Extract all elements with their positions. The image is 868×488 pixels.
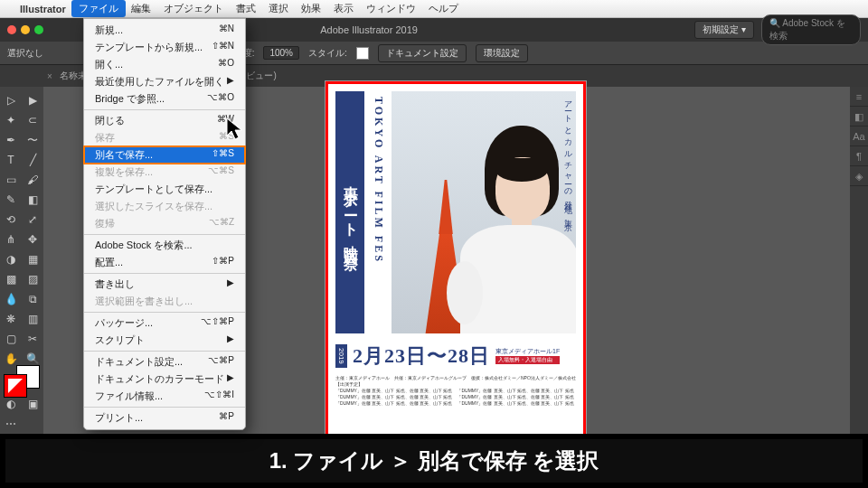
eraser-tool[interactable]: ◧	[22, 190, 43, 210]
menu-item[interactable]: ドキュメントのカラーモード▶	[84, 371, 245, 388]
poster-model	[460, 126, 576, 333]
menu-item[interactable]: ファイル情報...⌥⇧⌘I	[84, 388, 245, 405]
poster-venue: 東京メディアホール1F	[495, 348, 560, 355]
magic-wand-tool[interactable]: ✦	[0, 110, 22, 130]
menubar-app[interactable]: Illustrator	[20, 4, 66, 14]
scale-tool[interactable]: ⤢	[22, 210, 43, 230]
menu-item[interactable]: 新規...⌘N	[84, 22, 245, 39]
menu-item[interactable]: Bridge で参照...⌥⌘O	[84, 90, 245, 108]
menubar-file[interactable]: ファイル	[71, 0, 126, 17]
menubar-select[interactable]: 選択	[269, 2, 288, 15]
instruction-caption: 1. ファイル ＞ 別名で保存 を選択	[0, 434, 868, 488]
blend-tool[interactable]: ⧉	[22, 289, 43, 309]
artboard-tool[interactable]: ▢	[0, 329, 22, 349]
menubar-help[interactable]: ヘルプ	[429, 2, 458, 15]
menu-item[interactable]: Adobe Stock を検索...	[84, 237, 245, 254]
edit-toolbar-icon[interactable]: ⋯	[0, 414, 22, 434]
menu-item: 選択したスライスを保存...	[84, 198, 245, 215]
menubar-object[interactable]: オブジェクト	[164, 2, 223, 15]
menu-item[interactable]: 書き出し▶	[84, 276, 245, 293]
menu-item: 復帰⌥⌘Z	[84, 215, 245, 232]
menu-item[interactable]: 別名で保存...⇧⌘S	[84, 146, 245, 164]
poster-jp-title: 東京アート映画祭	[335, 91, 364, 333]
poster-credits: 主催：東京メディアホール 共催：東京メディアホールグループ 後援：株式会社ダミー…	[335, 375, 576, 407]
menu-item[interactable]: プリント...⌘P	[84, 409, 245, 427]
selection-status: 選択なし	[7, 47, 43, 60]
menubar-effect[interactable]: 効果	[301, 2, 321, 15]
menubar-edit[interactable]: 編集	[131, 2, 151, 15]
pen-tool[interactable]: ✒	[0, 130, 22, 150]
cursor-icon	[226, 117, 246, 145]
rectangle-tool[interactable]: ▭	[0, 170, 22, 190]
panel-icon[interactable]: ≡	[850, 87, 868, 107]
menu-item[interactable]: 閉じる⌘W	[84, 112, 245, 129]
menu-item[interactable]: 配置...⇧⌘P	[84, 254, 245, 271]
menu-item[interactable]: 最近使用したファイルを開く▶	[84, 73, 245, 90]
poster-date: 2月23日〜28日	[353, 343, 490, 370]
tool-panel: ▷▶ ✦⊂ ✒〜 T╱ ▭🖌 ✎◧ ⟲⤢ ⋔✥ ◑▦ ▩▨ 💧⧉ ❋▥ ▢✂ ✋…	[0, 87, 43, 434]
lasso-tool[interactable]: ⊂	[22, 110, 43, 130]
menu-item[interactable]: テンプレートとして保存...	[84, 181, 245, 198]
style-label: スタイル:	[308, 47, 347, 60]
menu-item: 選択範囲を書き出し...	[84, 293, 245, 310]
panel-icon[interactable]: ¶	[850, 146, 868, 166]
perspective-tool[interactable]: ▦	[22, 249, 43, 269]
document-setup-button[interactable]: ドキュメント設定	[378, 44, 467, 62]
tab-close-icon[interactable]: ×	[47, 71, 52, 81]
menubar-window[interactable]: ウィンドウ	[366, 2, 416, 15]
type-tool[interactable]: T	[0, 150, 22, 170]
rotate-tool[interactable]: ⟲	[0, 210, 22, 230]
width-tool[interactable]: ⋔	[0, 230, 22, 249]
artboard[interactable]: 東京アート映画祭 TOKYO ART FILM FES アートとカルチャーの発祥…	[326, 81, 586, 437]
right-panel-dock[interactable]: ≡ ◧ Aa ¶ ◈	[850, 87, 868, 434]
menu-item[interactable]: パッケージ...⌥⇧⌘P	[84, 314, 245, 332]
direct-selection-tool[interactable]: ▶	[22, 90, 43, 110]
color-well[interactable]	[4, 374, 40, 389]
menu-item[interactable]: テンプレートから新規...⇧⌘N	[84, 39, 245, 56]
poster-photo: アートとカルチャーの発祥地、東京。	[392, 91, 576, 333]
file-menu-dropdown: 新規...⌘Nテンプレートから新規...⇧⌘N開く...⌘O最近使用したファイル…	[83, 18, 246, 430]
poster-year: 2019	[335, 344, 347, 368]
slice-tool[interactable]: ✂	[22, 329, 43, 349]
style-swatch[interactable]	[356, 47, 369, 60]
preferences-button[interactable]: 環境設定	[476, 44, 528, 62]
window-controls[interactable]	[7, 25, 43, 34]
menubar-view[interactable]: 表示	[334, 2, 354, 15]
paintbrush-tool[interactable]: 🖌	[22, 170, 43, 190]
menu-item[interactable]: ドキュメント設定...⌥⌘P	[84, 353, 245, 371]
menu-item[interactable]: 開く...⌘O	[84, 56, 245, 73]
gradient-tool[interactable]: ▨	[22, 269, 43, 289]
menubar-type[interactable]: 書式	[236, 2, 256, 15]
panel-icon[interactable]: ◧	[850, 107, 868, 127]
free-transform-tool[interactable]: ✥	[22, 230, 43, 249]
opacity-value[interactable]: 100%	[263, 46, 299, 60]
workspace-switcher[interactable]: 初期設定 ▾	[694, 21, 754, 39]
curvature-tool[interactable]: 〜	[22, 130, 43, 150]
panel-icon[interactable]: Aa	[850, 127, 868, 146]
selection-tool[interactable]: ▷	[0, 90, 22, 110]
menu-item[interactable]: スクリプト▶	[84, 332, 245, 349]
poster-venue-sub: 入場無料・入退場自由	[495, 356, 560, 364]
eyedropper-tool[interactable]: 💧	[0, 289, 22, 309]
symbol-sprayer-tool[interactable]: ❋	[0, 309, 22, 329]
shape-builder-tool[interactable]: ◑	[0, 249, 22, 269]
panel-icon[interactable]: ◈	[850, 166, 868, 186]
line-tool[interactable]: ╱	[22, 150, 43, 170]
menu-item: 保存⌘S	[84, 129, 245, 146]
stock-search[interactable]: 🔍 Adobe Stock を検索	[761, 14, 861, 45]
poster-en-title: TOKYO ART FILM FES	[368, 91, 388, 333]
graph-tool[interactable]: ▥	[22, 309, 43, 329]
shaper-tool[interactable]: ✎	[0, 190, 22, 210]
mesh-tool[interactable]: ▩	[0, 269, 22, 289]
menu-item: 複製を保存...⌥⌘S	[84, 164, 245, 181]
